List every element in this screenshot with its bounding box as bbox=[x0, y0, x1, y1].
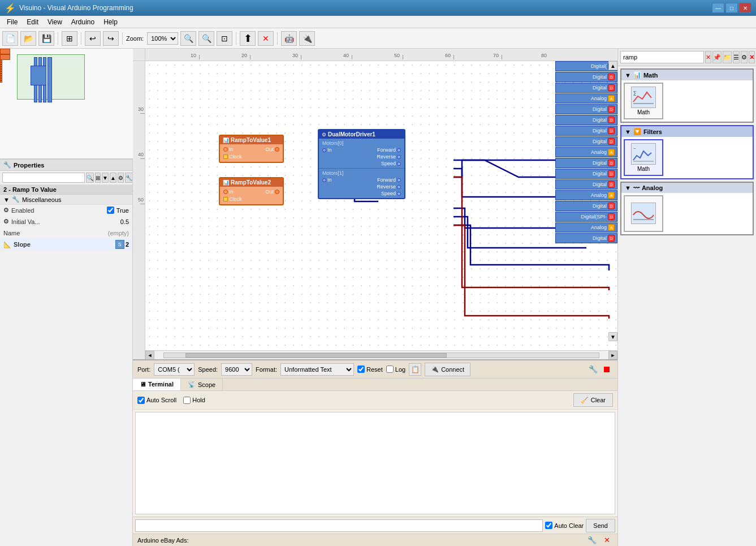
menu-arduino[interactable]: Arduino bbox=[67, 17, 99, 27]
prop-filter-button[interactable]: ⊞ bbox=[95, 173, 101, 183]
open-button[interactable]: 📂 bbox=[20, 31, 36, 46]
prop-expand-button[interactable]: ▲ bbox=[110, 173, 116, 183]
serial-tool-btn1[interactable]: 🔧 bbox=[587, 363, 599, 376]
right-block-digital-7[interactable]: Digital D bbox=[555, 158, 617, 168]
enabled-icon: ⚙ bbox=[3, 207, 9, 214]
block-ramp1[interactable]: 📊 RampToValue1 In Clock bbox=[219, 135, 284, 163]
right-block-digital-5[interactable]: Digital D bbox=[555, 126, 617, 136]
prop-collapse-button[interactable]: ▼ bbox=[102, 173, 109, 183]
right-block-digital-11[interactable]: Digital D bbox=[555, 233, 617, 243]
serial-stop-btn[interactable]: ⏹ bbox=[601, 363, 613, 376]
menu-edit[interactable]: Edit bbox=[22, 17, 43, 27]
prop-search-button[interactable]: 🔍 bbox=[86, 173, 94, 183]
right-block-digital-6[interactable]: Digital D bbox=[555, 136, 617, 147]
right-block-analog-1[interactable]: Analog A bbox=[555, 147, 617, 157]
motor-rev1-label: Reverse bbox=[377, 184, 396, 190]
right-block-digital-10[interactable]: Digital D bbox=[555, 201, 617, 211]
terminal-output[interactable] bbox=[135, 412, 615, 514]
right-block-digital-4[interactable]: Digital D bbox=[555, 115, 617, 125]
menu-view[interactable]: View bbox=[43, 17, 67, 27]
ads-tool-btn[interactable]: 🔧 bbox=[586, 534, 598, 547]
right-block-digital-9[interactable]: Digital D bbox=[555, 179, 617, 190]
hscroll-left-btn[interactable]: ◄ bbox=[145, 351, 154, 360]
search-input[interactable] bbox=[620, 51, 704, 63]
zoom-in-button[interactable]: 🔍 bbox=[180, 31, 196, 46]
port-select[interactable]: COM5 ( bbox=[154, 363, 195, 376]
search-close-btn[interactable]: ✕ bbox=[749, 51, 755, 63]
speed-select[interactable]: 9600 300 1200 19200 38400 57600 115200 bbox=[221, 363, 252, 376]
canvas-scroll-top-btn[interactable]: ▲ bbox=[608, 61, 617, 70]
menu-help[interactable]: Help bbox=[99, 17, 122, 27]
ruler-mark-40: 40 bbox=[343, 53, 349, 58]
search-folder-btn[interactable]: 📁 bbox=[723, 51, 732, 63]
search-clear-btn[interactable]: ✕ bbox=[705, 51, 711, 63]
prop-enabled-checkbox[interactable] bbox=[107, 207, 114, 214]
right-block-digital-3[interactable]: Digital D bbox=[555, 104, 617, 114]
hscroll-thumb[interactable] bbox=[185, 353, 446, 358]
left-panel: 🔧 Properties 🔍 ⊞ ▼ ▲ ⚙ 🔧 2 - Ramp To Val… bbox=[0, 49, 133, 546]
autoscroll-checkbox[interactable] bbox=[137, 397, 145, 404]
plugin-button[interactable]: 🔌 bbox=[299, 31, 315, 46]
comp-panel-analog-header[interactable]: ▼ 〰 Analog bbox=[621, 183, 753, 193]
right-block-analog-0[interactable]: Analog A bbox=[555, 93, 617, 104]
tab-scope[interactable]: 📡 Scope bbox=[181, 379, 223, 390]
delete-button[interactable]: ✕ bbox=[258, 31, 274, 46]
terminal-input[interactable] bbox=[135, 519, 543, 532]
autoclear-checkbox[interactable] bbox=[545, 522, 552, 529]
hold-checkbox[interactable] bbox=[183, 397, 191, 404]
upload-button[interactable]: ⬆ bbox=[240, 31, 256, 46]
close-button[interactable]: ✕ bbox=[739, 3, 751, 13]
comp-item-math[interactable]: ∑ Math bbox=[624, 83, 663, 119]
right-block-digital-spi[interactable]: Digital(SPI- D bbox=[555, 212, 617, 222]
motor-icon: ⚙ bbox=[322, 132, 326, 137]
search-pin-btn[interactable]: 📌 bbox=[712, 51, 722, 63]
block-ramp2[interactable]: 📊 RampToValue2 In Clock bbox=[219, 177, 284, 205]
tab-terminal[interactable]: 🖥 Terminal bbox=[133, 379, 181, 390]
comp-panel-math-header[interactable]: ▼ 📊 Math bbox=[621, 70, 753, 80]
prop-settings-button[interactable]: ⚙ bbox=[118, 173, 124, 183]
ads-close-btn[interactable]: ✕ bbox=[601, 534, 613, 547]
send-button[interactable]: Send bbox=[586, 519, 615, 532]
comp-item-filters-math[interactable]: ~ Math bbox=[624, 139, 663, 176]
connect-button[interactable]: 🔌 Connect bbox=[425, 363, 470, 376]
right-block-digital-1[interactable]: Digital D bbox=[555, 72, 617, 82]
log-checkbox[interactable] bbox=[386, 366, 394, 373]
zoom-select[interactable]: 100% 50% 75% 125% 150% 200% bbox=[147, 32, 178, 45]
canvas-scroll-bottom-btn[interactable]: ▼ bbox=[608, 332, 617, 341]
minimize-button[interactable]: — bbox=[712, 3, 724, 13]
board-button[interactable]: 🤖 bbox=[281, 31, 297, 46]
right-block-analog-2[interactable]: Analog A bbox=[555, 190, 617, 200]
search-settings-btn[interactable]: ⚙ bbox=[741, 51, 748, 63]
right-sidebar: ✕ 📌 📁 ☰ ⚙ ✕ ▼ 📊 Math bbox=[617, 49, 756, 546]
redo-button[interactable]: ↪ bbox=[103, 31, 119, 46]
bottom-panel: Port: COM5 ( Speed: 9600 300 1200 19200 … bbox=[133, 359, 617, 546]
clear-button[interactable]: 🧹 Clear bbox=[573, 393, 613, 407]
serial-log-btn[interactable]: 📋 bbox=[409, 363, 421, 376]
undo-button[interactable]: ↩ bbox=[85, 31, 101, 46]
properties-search-input[interactable] bbox=[2, 173, 85, 183]
hscrollbar[interactable]: ◄ ► bbox=[145, 350, 617, 359]
grid-button[interactable]: ⊞ bbox=[62, 31, 77, 46]
format-select[interactable]: Unformatted Text Hex Decimal bbox=[280, 363, 354, 376]
canvas-area[interactable]: 10 20 30 40 50 60 70 80 bbox=[133, 49, 617, 359]
search-list-btn[interactable]: ☰ bbox=[733, 51, 740, 63]
comp-item-analog[interactable] bbox=[624, 195, 663, 232]
right-block-analog-3[interactable]: Analog A bbox=[555, 222, 617, 233]
maximize-button[interactable]: □ bbox=[725, 3, 738, 13]
menu-file[interactable]: File bbox=[2, 17, 22, 27]
new-button[interactable]: 📄 bbox=[2, 31, 18, 46]
zoom-fit-button[interactable]: ⊡ bbox=[217, 31, 232, 46]
block-motor[interactable]: ⚙ DualMotorDriver1 Motors[0] In bbox=[318, 129, 405, 199]
save-button[interactable]: 💾 bbox=[38, 31, 54, 46]
comp-panel-filters-body: ~ Math bbox=[621, 137, 753, 178]
motor-fwd1-label: Forward bbox=[377, 177, 396, 183]
reset-checkbox[interactable] bbox=[357, 366, 365, 373]
hscroll-right-btn[interactable]: ► bbox=[608, 351, 617, 360]
comp-panel-filters-header[interactable]: ▼ 🔽 Filters bbox=[621, 126, 753, 137]
right-block-digital-2[interactable]: Digital D bbox=[555, 83, 617, 93]
right-block-digital-8[interactable]: Digital D bbox=[555, 169, 617, 179]
zoom-out-button[interactable]: 🔍 bbox=[198, 31, 214, 46]
motor-in1-label: In bbox=[327, 177, 332, 183]
autoclear-label: Auto Clear bbox=[545, 522, 584, 529]
prop-tools-button[interactable]: 🔧 bbox=[125, 173, 132, 183]
